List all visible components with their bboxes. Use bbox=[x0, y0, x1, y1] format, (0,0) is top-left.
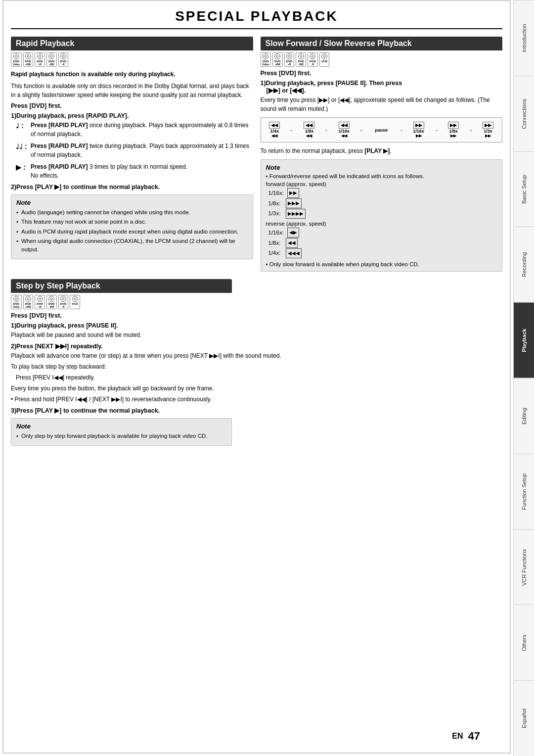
speed-1-8x-left: ◀◀ 1/8x ◀◀ bbox=[304, 122, 314, 138]
rapid-step-item-2: ♩♩ : Press [RAPID PLAY] twice during pla… bbox=[16, 142, 253, 159]
slow-rev-1-16x: 1/16x: ◀▶ bbox=[268, 228, 497, 238]
note2-content: Press [RAPID PLAY] twice during playback… bbox=[31, 142, 253, 159]
note1-content: Press [RAPID PLAY] once during playback.… bbox=[31, 121, 253, 139]
note2-icon: ♩♩ : bbox=[16, 142, 31, 152]
step-disc-dvd-r-plus: DVD +R bbox=[35, 295, 45, 309]
step-disc-dvd-rw-minus: DVD -RW bbox=[46, 295, 57, 309]
sidebar-tab-function-setup[interactable]: Function Setup bbox=[514, 454, 534, 529]
sidebar-tab-connections[interactable]: Connections bbox=[514, 76, 534, 151]
rapid-press-dvd: Press [DVD] first. bbox=[11, 102, 253, 109]
slow-fwd-1-8x: 1/8x: ▶▶▶ bbox=[268, 198, 497, 209]
rapid-note-title: Note bbox=[16, 199, 248, 206]
speed-pause: pause bbox=[373, 126, 389, 134]
step-step1-body: Playback will be paused and sound will b… bbox=[11, 331, 502, 339]
slow-disc-badges: DVD Video DVD +RW DVD +R bbox=[261, 52, 503, 67]
slow-disc-dvd-video: DVD Video bbox=[261, 52, 271, 67]
step-by-step-section: Step by Step Playback DVD Video DVD +RW bbox=[11, 279, 502, 446]
speed-1-16x-right: ▶▶ 1/16x ▶▶ bbox=[413, 122, 424, 138]
slow-forward-section: Slow Forward / Slow Reverse Playback DVD… bbox=[261, 37, 503, 272]
step-press-dvd: Press [DVD] first. bbox=[11, 312, 502, 319]
step-disc-dvd-rw-plus: DVD +RW bbox=[23, 295, 34, 309]
rapid-step1-heading: 1)During playback, press [RAPID PLAY]. bbox=[11, 112, 253, 119]
speed-diagram: ◀◀ 1/4x ◀◀ ← ◀◀ 1/8x ◀◀ ← ◀◀ bbox=[261, 117, 503, 142]
rapid-step-item-3: ▶ : Press [RAPID PLAY] 3 times to play b… bbox=[16, 162, 253, 180]
step-note-box: Note Only step by step forward playback … bbox=[11, 418, 232, 446]
disc-dvd-r-minus: DVD -R bbox=[58, 52, 69, 67]
disc-dvd-rw-plus: DVD +RW bbox=[23, 52, 34, 67]
note3-icon: ▶ : bbox=[16, 162, 31, 173]
slow-forward-speeds: 1/16x: ▶▶ 1/8x: ▶▶▶ 1/3x: ▶▶▶▶ bbox=[268, 188, 497, 219]
slow-fwd-1-3x: 1/3x: ▶▶▶▶ bbox=[268, 208, 497, 219]
sidebar-tab-playback[interactable]: Playback bbox=[514, 302, 534, 378]
step-step2-prev: Press [PREV I◀◀] repeatedly. bbox=[16, 373, 502, 382]
slow-disc-dvd-rw-plus: DVD +RW bbox=[272, 52, 283, 67]
step-step3-heading: 3)Press [PLAY ▶] to continue the normal … bbox=[11, 407, 502, 414]
page-title: SPECIAL PLAYBACK bbox=[11, 8, 502, 29]
slow-forward-label: forward (approx. speed) bbox=[266, 181, 497, 187]
rapid-note-box: Note Audio (language) setting cannot be … bbox=[11, 194, 253, 259]
rapid-step-item-1: ♩ : Press [RAPID PLAY] once during playb… bbox=[16, 121, 253, 139]
slow-forward-heading: Slow Forward / Slow Reverse Playback bbox=[261, 37, 503, 50]
slow-note-title: Note bbox=[266, 164, 497, 171]
rapid-step2-heading: 2)Press [PLAY ▶] to continue the normal … bbox=[11, 183, 253, 190]
sidebar-tab-basic-setup[interactable]: Basic Setup bbox=[514, 151, 534, 227]
slow-press-dvd: Press [DVD] first. bbox=[261, 70, 503, 77]
rapid-note-item-4: When using digital audio connection (COA… bbox=[16, 237, 248, 254]
step-note-item-1: Only step by step forward playback is av… bbox=[16, 432, 226, 440]
rapid-playback-heading: Rapid Playback bbox=[11, 37, 253, 50]
slow-reverse-speeds: 1/16x: ◀▶ 1/8x: ◀◀ 1/4x: ◀◀◀ bbox=[268, 228, 497, 258]
page-number: 47 bbox=[468, 730, 480, 743]
rapid-body: This function is available only on discs… bbox=[11, 82, 253, 99]
step-step2-body: Playback will advance one frame (or step… bbox=[11, 351, 502, 360]
rapid-disc-badges: DVD Video DVD +RW DVD +R bbox=[11, 52, 253, 67]
disc-dvd-video: DVD Video bbox=[11, 52, 22, 67]
disc-dvd-r-plus: DVD +R bbox=[35, 52, 45, 67]
step-disc-vcd: VCD bbox=[70, 295, 80, 309]
rapid-step-items: ♩ : Press [RAPID PLAY] once during playb… bbox=[16, 121, 253, 180]
slow-fwd-1-16x: 1/16x: ▶▶ bbox=[268, 188, 497, 198]
rapid-playback-section: Rapid Playback DVD Video DVD +RW bbox=[11, 37, 253, 272]
slow-disc-vcd: VCD bbox=[319, 52, 330, 67]
rapid-note-item-2: This feature may not work at some point … bbox=[16, 218, 248, 226]
slow-note-box: Note • Forward/reverse speed will be ind… bbox=[261, 159, 503, 272]
slow-disc-dvd-r-plus: DVD +R bbox=[284, 52, 295, 67]
slow-rev-1-8x: 1/8x: ◀◀ bbox=[268, 238, 497, 248]
note3-content: Press [RAPID PLAY] 3 times to play back … bbox=[31, 162, 253, 180]
step-step2-backward: To play back step by step backward: bbox=[11, 362, 502, 371]
step-disc-dvd-video: DVD Video bbox=[11, 295, 22, 309]
slow-step1-heading: 1)During playback, press [PAUSE II]. The… bbox=[261, 80, 503, 94]
rapid-note-item-1: Audio (language) setting cannot be chang… bbox=[16, 208, 248, 217]
slow-disc-dvd-rw-minus: DVD -RW bbox=[296, 52, 306, 67]
step-by-step-heading: Step by Step Playback bbox=[11, 279, 232, 293]
en-label: EN bbox=[452, 732, 463, 741]
page-number-area: EN 47 bbox=[452, 730, 480, 743]
slow-return: To return to the normal playback, press … bbox=[261, 146, 503, 155]
step-disc-badges: DVD Video DVD +RW DVD +R bbox=[11, 295, 502, 309]
sidebar-tab-vcr-functions[interactable]: VCR Functions bbox=[514, 529, 534, 605]
speed-1-8x-right: ▶▶ 1/8x ▶▶ bbox=[448, 122, 459, 138]
rapid-notes-list: Audio (language) setting cannot be chang… bbox=[16, 208, 248, 254]
step-notes-list: Only step by step forward playback is av… bbox=[16, 432, 226, 440]
slow-last-note: • Only slow forward is available when pl… bbox=[266, 261, 497, 267]
rapid-bold-note: Rapid playback function is available onl… bbox=[11, 70, 253, 79]
slow-reverse-label: reverse (approx. speed) bbox=[266, 221, 497, 227]
sidebar-tab-introduction[interactable]: Introduction bbox=[514, 0, 534, 76]
step-step2-heading: 2)Press [NEXT ▶▶I] repeatedly. bbox=[11, 342, 502, 350]
speed-1-4x: ◀◀ 1/4x ◀◀ bbox=[269, 122, 280, 138]
disc-dvd-rw-minus: DVD -RW bbox=[46, 52, 57, 67]
speed-1-16x-left: ◀◀ 1/16x ◀◀ bbox=[339, 122, 350, 138]
step-step1-heading: 1)During playback, press [PAUSE II]. bbox=[11, 322, 502, 329]
sidebar-tab-espanol[interactable]: Español bbox=[514, 680, 534, 756]
sidebar-tab-others[interactable]: Others bbox=[514, 605, 534, 680]
right-sidebar: Introduction Connections Basic Setup Rec… bbox=[513, 0, 534, 756]
rapid-note-item-3: Audio is PCM during rapid playback mode … bbox=[16, 228, 248, 236]
slow-note-intro: • Forward/reverse speed will be indicate… bbox=[266, 173, 497, 179]
step-step2-hold: • Press and hold [PREV I◀◀] / [NEXT ▶▶I]… bbox=[11, 395, 502, 404]
slow-disc-dvd-r-minus: DVD -R bbox=[308, 52, 318, 67]
slow-step1-body: Every time you press [▶▶] or [◀◀], appro… bbox=[261, 95, 503, 113]
step-step2-every: Every time you press the button, the pla… bbox=[11, 384, 502, 393]
step-disc-dvd-r-minus: DVD -R bbox=[58, 295, 69, 309]
slow-rev-1-4x: 1/4x: ◀◀◀ bbox=[268, 248, 497, 258]
sidebar-tab-recording[interactable]: Recording bbox=[514, 227, 534, 302]
sidebar-tab-editing[interactable]: Editing bbox=[514, 378, 534, 454]
